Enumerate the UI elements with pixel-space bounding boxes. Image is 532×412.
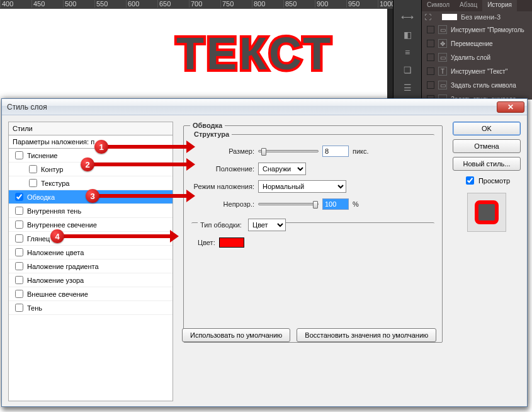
style-checkbox[interactable] [15,262,23,270]
history-item[interactable]: ▭Задать стиль символа [422,78,532,92]
style-list-item[interactable]: Внешнее свечение [9,287,173,301]
reset-default-button[interactable]: Восстановить значения по умолчанию [297,328,436,342]
tab-history[interactable]: История [482,0,517,11]
position-select[interactable]: Снаружи [258,163,306,175]
history-step-label: Удалить слой [451,54,490,61]
styles-header[interactable]: Стили [9,122,173,135]
make-default-button[interactable]: Использовать по умолчанию [182,328,290,342]
color-swatch[interactable] [219,237,244,248]
style-checkbox[interactable] [15,234,23,243]
photoshop-workspace: 4004505005506006507007508008509009501000… [0,0,532,100]
style-list-item[interactable]: Наложение цвета [9,246,173,260]
doc-name: Без имени-3 [461,13,501,21]
history-toggle[interactable] [427,40,434,47]
size-slider[interactable] [258,150,319,152]
blend-row: Режим наложения: Нормальный [191,180,434,193]
structure-fieldset: Структура Размер: пикс. Положение: Снару… [191,130,434,215]
history-doc-row: ⛶ Без имени-3 [422,11,532,23]
size-input[interactable] [322,146,349,157]
style-checkbox[interactable] [29,165,37,173]
style-label: Наложение узора [27,277,84,284]
size-row: Размер: пикс. [191,144,434,158]
new-style-button[interactable]: Новый стиль... [453,157,521,171]
history-panel: Символ Абзац История ⛶ Без имени-3 ▭Инст… [422,0,532,100]
history-item[interactable]: ▭Инструмент "Прямоуголь [422,23,532,37]
tool-icon[interactable]: ❏ [399,64,416,78]
style-checkbox[interactable] [15,276,23,284]
style-checkbox[interactable] [15,220,23,229]
style-checkbox[interactable] [15,151,23,159]
style-checkbox[interactable] [15,193,23,201]
stroke-settings: Обводка Структура Размер: пикс. Положени… [182,122,444,336]
stroke-fieldset: Обводка Структура Размер: пикс. Положени… [183,122,443,343]
annotation-arrow [63,234,176,238]
annotation-arrow [93,163,193,166]
ok-button[interactable]: OK [453,122,521,135]
annotation-bubble-3: 3 [86,189,99,203]
style-list-item[interactable]: Наложение узора [9,273,173,287]
style-label: Тиснение [27,152,57,159]
history-toggle[interactable] [427,67,434,75]
style-label: Внутреннее свечение [27,221,97,229]
style-label: Внешнее свечение [27,290,88,298]
style-label: Наложение градиента [27,263,99,270]
style-checkbox[interactable] [15,207,23,215]
document-canvas: ТЕКСТ [0,9,387,100]
tab-paragraph[interactable]: Абзац [455,0,482,11]
history-step-label: Перемещение [451,40,493,47]
style-checkbox[interactable] [15,248,23,256]
preview-checkbox[interactable] [466,176,474,185]
style-list-item[interactable]: Внутреннее свечение [9,218,173,232]
tab-symbol[interactable]: Символ [422,0,455,11]
style-label: Обводка [27,193,55,201]
annotation-bubble-2: 2 [81,157,94,171]
cancel-button[interactable]: Отмена [453,139,521,153]
defaults-row: Использовать по умолчанию Восстановить з… [182,328,444,342]
tool-icon[interactable]: ≡ [399,47,416,60]
tool-icon[interactable]: ◧ [399,29,416,43]
style-label: Наложение цвета [27,249,84,256]
history-toggle[interactable] [427,54,434,61]
history-item[interactable]: TИнструмент "Текст" [422,64,532,78]
preview-label: Просмотр [478,177,510,185]
style-list-item[interactable]: Тень [9,301,173,315]
blend-select[interactable]: Нормальный [258,180,346,193]
history-step-label: Инструмент "Текст" [451,68,507,75]
fill-type-fieldset: Тип обводки: Цвет Цвет: [191,222,434,333]
size-unit: пикс. [353,147,369,155]
history-toggle[interactable] [427,81,434,89]
tool-icon[interactable]: ⟷ [399,11,416,25]
opacity-input[interactable] [322,198,349,210]
fill-type-select[interactable]: Цвет [248,219,286,231]
style-checkbox[interactable] [15,304,23,312]
history-item[interactable]: ✥Перемещение [422,37,532,50]
doc-swatch [442,14,457,20]
history-toggle[interactable] [427,26,434,33]
history-step-icon: ▭ [438,25,447,34]
brush-icon: ⛶ [424,13,432,21]
style-list-item[interactable]: Внутренняя тень [9,204,173,218]
history-step-icon: ▭ [438,81,447,89]
fill-type-label: Тип обводки: [198,221,248,229]
style-label: Тень [27,304,42,312]
tool-icon[interactable]: ☰ [399,82,416,96]
titlebar: Стиль слоя ✕ [2,99,527,115]
style-preview-thumb [467,193,506,232]
style-checkbox[interactable] [15,290,23,298]
style-checkbox[interactable] [29,179,37,187]
structure-legend: Структура [191,130,232,138]
opacity-slider[interactable] [258,203,319,205]
history-step-icon: ▭ [438,53,447,62]
history-item[interactable]: ▭Удалить слой [422,50,532,64]
history-step-label: Задать стиль символа [451,82,516,89]
style-label: Внутренняя тень [27,207,81,215]
close-button[interactable]: ✕ [497,101,524,113]
style-list-item[interactable]: Наложение градиента [9,260,173,273]
preview-checkbox-row[interactable]: Просмотр [453,175,521,186]
layer-style-dialog: Стиль слоя ✕ Стили Параметры наложения: … [1,98,528,407]
panel-tabs: Символ Абзац История [422,0,532,11]
color-label: Цвет: [198,239,219,246]
style-list-item[interactable]: Текстура [9,176,173,190]
opacity-row: Непрозр.: % [191,197,434,211]
vertical-toolbar: ⟷ ◧ ≡ ❏ ☰ [393,0,422,100]
